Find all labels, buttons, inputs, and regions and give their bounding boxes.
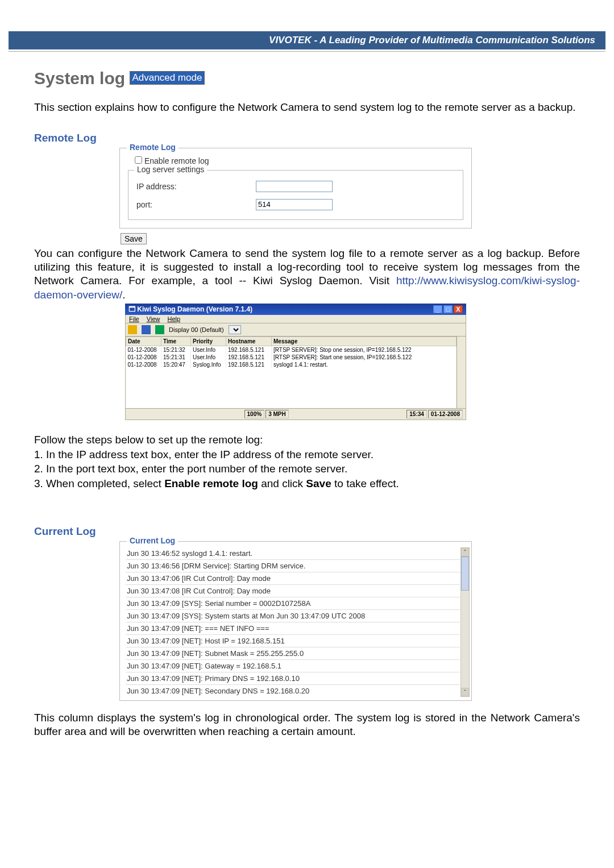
- ip-address-input[interactable]: [256, 181, 333, 192]
- port-input[interactable]: [256, 199, 333, 210]
- page-header: VIVOTEK - A Leading Provider of Multimed…: [9, 31, 605, 49]
- cell-hostname: 192.168.5.121: [226, 346, 272, 354]
- cell-priority: User.Info: [191, 354, 226, 361]
- kiwi-toolbar: Display 00 (Default): [125, 323, 466, 337]
- step-3a: 3. When completed, select: [34, 477, 164, 489]
- enable-remote-log-label: Enable remote log: [144, 156, 209, 165]
- cell-time: 15:21:32: [161, 346, 191, 354]
- kiwi-grid: Date Time Priority Hostname Message 01-1…: [125, 337, 466, 409]
- current-log-legend: Current Log: [127, 536, 178, 545]
- grid-header-row: Date Time Priority Hostname Message: [126, 337, 457, 346]
- save-button[interactable]: Save: [121, 233, 147, 244]
- current-log-heading: Current Log: [34, 525, 580, 538]
- log-line: Jun 30 13:47:09 [NET]: Gateway = 192.168…: [126, 659, 460, 672]
- current-log-scrollbar[interactable]: ˆ ˇ: [460, 547, 470, 697]
- ip-address-label: IP address:: [136, 182, 256, 191]
- log-line: Jun 30 13:47:09 [SYS]: Serial number = 0…: [126, 597, 460, 609]
- minimize-icon[interactable]: _: [433, 305, 442, 313]
- status-date: 01-12-2008: [428, 410, 463, 418]
- log-line: Jun 30 13:47:09 [NET]: Primary DNS = 192…: [126, 672, 460, 684]
- col-time[interactable]: Time: [161, 337, 191, 346]
- cell-priority: User.Info: [191, 346, 226, 354]
- status-time: 15:34: [406, 410, 427, 418]
- cell-time: 15:21:31: [161, 354, 191, 361]
- toolbar-icon-2[interactable]: [142, 325, 151, 334]
- advanced-mode-badge: Advanced mode: [130, 71, 205, 85]
- section-title-row: System log Advanced mode: [34, 69, 580, 88]
- kiwi-menubar: File View Help: [125, 315, 466, 323]
- steps-block: Follow the steps below to set up the rem…: [34, 433, 580, 491]
- log-line: Jun 30 13:47:06 [IR Cut Control]: Day mo…: [126, 572, 460, 584]
- step-3d: Save: [306, 477, 331, 489]
- maximize-icon[interactable]: □: [443, 305, 453, 313]
- display-select[interactable]: [229, 325, 241, 334]
- log-server-settings-legend: Log server settings: [134, 165, 207, 174]
- col-message[interactable]: Message: [272, 337, 457, 346]
- remote-log-heading: Remote Log: [34, 132, 580, 144]
- grid-row[interactable]: 01-12-200815:21:31User.Info192.168.5.121…: [126, 354, 457, 361]
- log-line: Jun 30 13:47:09 [NET]: === NET INFO ===: [126, 622, 460, 634]
- remote-log-fieldset: Remote Log Enable remote log Log server …: [119, 148, 472, 229]
- log-line: Jun 30 13:47:08 [IR Cut Control]: Day mo…: [126, 584, 460, 597]
- cell-date: 01-12-2008: [126, 361, 161, 368]
- scroll-down-icon[interactable]: ˇ: [461, 688, 469, 696]
- step-3c: and click: [258, 477, 306, 489]
- current-log-after: This column displays the system's log in…: [34, 711, 580, 739]
- cell-priority: Syslog.Info: [191, 361, 226, 368]
- steps-lead: Follow the steps below to set up the rem…: [34, 433, 580, 447]
- log-line: Jun 30 13:47:09 [SYS]: System starts at …: [126, 609, 460, 622]
- explain-period: .: [122, 289, 125, 301]
- cell-message: syslogd 1.4.1: restart.: [272, 361, 457, 368]
- cell-hostname: 192.168.5.121: [226, 354, 272, 361]
- col-hostname[interactable]: Hostname: [226, 337, 272, 346]
- status-mph: 3 MPH: [265, 410, 289, 418]
- grid-row[interactable]: 01-12-200815:20:47Syslog.Info192.168.5.1…: [126, 361, 457, 368]
- display-label: Display 00 (Default): [169, 326, 224, 333]
- header-tagline: VIVOTEK - A Leading Provider of Multimed…: [269, 35, 595, 45]
- kiwi-scrollbar[interactable]: [457, 337, 466, 408]
- cell-date: 01-12-2008: [126, 346, 161, 354]
- menu-file[interactable]: File: [129, 315, 139, 322]
- kiwi-title-text: Kiwi Syslog Daemon (Version 7.1.4): [137, 305, 252, 313]
- cell-message: [RTSP SERVER]: Stop one session, IP=192.…: [272, 346, 457, 354]
- remote-log-explain: You can configure the Network Camera to …: [34, 247, 580, 302]
- scroll-thumb[interactable]: [461, 556, 469, 591]
- col-priority[interactable]: Priority: [191, 337, 226, 346]
- step-3: 3. When completed, select Enable remote …: [34, 476, 580, 491]
- section-title: System log: [34, 69, 125, 88]
- enable-remote-log-checkbox[interactable]: [135, 156, 142, 164]
- menu-view[interactable]: View: [147, 315, 160, 322]
- intro-paragraph: This section explains how to configure t…: [34, 101, 580, 115]
- log-server-settings-fieldset: Log server settings IP address: port:: [128, 170, 463, 220]
- status-pct: 100%: [244, 410, 265, 418]
- cell-date: 01-12-2008: [126, 354, 161, 361]
- cell-message: [RTSP SERVER]: Start one session, IP=192…: [272, 354, 457, 361]
- step-3b: Enable remote log: [164, 477, 258, 489]
- kiwi-statusbar: 100% 3 MPH 15:34 01-12-2008: [125, 409, 466, 420]
- step-1: 1. In the IP address text box, enter the…: [34, 447, 580, 462]
- step-3e: to take effect.: [331, 477, 399, 489]
- log-line: Jun 30 13:47:09 [NET]: Host IP = 192.168…: [126, 634, 460, 647]
- cell-time: 15:20:47: [161, 361, 191, 368]
- toolbar-icon-3[interactable]: [155, 325, 164, 334]
- remote-log-legend: Remote Log: [127, 143, 179, 152]
- step-2: 2. In the port text box, enter the port …: [34, 462, 580, 476]
- current-log-box: Current Log Jun 30 13:46:52 syslogd 1.4.…: [119, 541, 472, 701]
- grid-row[interactable]: 01-12-200815:21:32User.Info192.168.5.121…: [126, 346, 457, 354]
- close-icon[interactable]: X: [454, 305, 463, 313]
- cell-hostname: 192.168.5.121: [226, 361, 272, 368]
- log-line: Jun 30 13:47:09 [NET]: Secondary DNS = 1…: [126, 684, 460, 697]
- scroll-up-icon[interactable]: ˆ: [461, 548, 469, 556]
- toolbar-icon-1[interactable]: [128, 325, 137, 334]
- log-line: Jun 30 13:47:09 [NET]: Subnet Mask = 255…: [126, 647, 460, 659]
- menu-help[interactable]: Help: [168, 315, 181, 322]
- kiwi-titlebar: 🗔 Kiwi Syslog Daemon (Version 7.1.4) _ □…: [125, 304, 466, 315]
- log-line: Jun 30 13:46:52 syslogd 1.4.1: restart.: [126, 547, 460, 559]
- kiwi-syslog-window: 🗔 Kiwi Syslog Daemon (Version 7.1.4) _ □…: [125, 304, 466, 420]
- col-date[interactable]: Date: [126, 337, 161, 346]
- port-label: port:: [136, 200, 256, 209]
- log-line: Jun 30 13:46:56 [DRM Service]: Starting …: [126, 559, 460, 572]
